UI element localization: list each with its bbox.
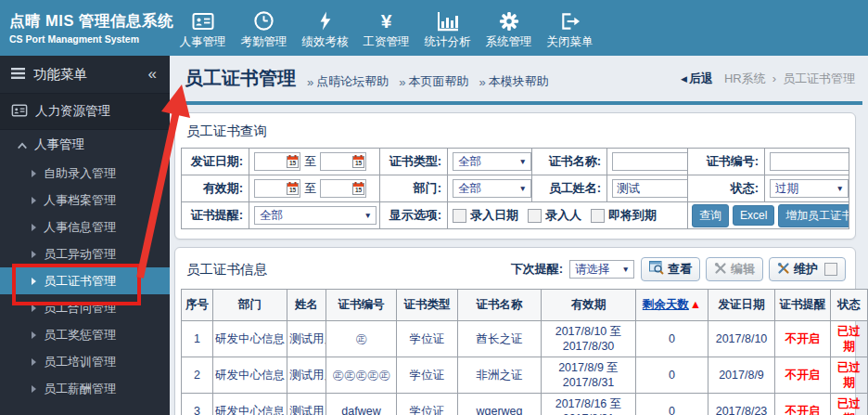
help-link-0[interactable]: »点晴论坛帮助 bbox=[307, 73, 389, 90]
sort-asc-icon: ▲ bbox=[690, 298, 701, 311]
checkbox[interactable] bbox=[591, 209, 605, 223]
table-cell: dafwew bbox=[326, 394, 397, 415]
action-button-label: 维护 bbox=[794, 261, 818, 278]
nav-item-attendance[interactable]: 考勤管理 bbox=[236, 6, 292, 50]
table-cell: 研发中心信息 bbox=[213, 394, 287, 415]
sidebar-item-2[interactable]: 自助录入管理 bbox=[0, 160, 170, 187]
table-cell: 测试用户 bbox=[287, 357, 326, 394]
triangle-right-icon bbox=[32, 278, 36, 285]
display-options-label: 显示选项: bbox=[380, 202, 447, 228]
sidebar-item-9[interactable]: 员工培训管理 bbox=[0, 348, 170, 375]
table-cell: 学位证 bbox=[397, 321, 458, 357]
table-cell: wqerweq bbox=[458, 394, 542, 415]
sidebar-item-3[interactable]: 人事档案管理 bbox=[0, 187, 170, 214]
status-value: 过期 bbox=[775, 181, 798, 197]
cert-no-label: 证书编号: bbox=[688, 149, 764, 175]
cert-name-input[interactable] bbox=[612, 152, 687, 171]
column-header-7[interactable]: 剩余天数▲ bbox=[636, 290, 708, 321]
accent-divider bbox=[170, 101, 862, 105]
cert-type-select[interactable]: 全部▼ bbox=[453, 152, 531, 171]
nav-item-performance[interactable]: 绩效考核 bbox=[297, 6, 353, 50]
table-cell: 测试用户 bbox=[287, 394, 326, 415]
table-cell: 酋长之证 bbox=[458, 321, 542, 357]
collapse-icon[interactable]: « bbox=[148, 65, 159, 84]
nav-item-label: 考勤管理 bbox=[241, 34, 287, 50]
back-button[interactable]: ◀ 后退 bbox=[681, 71, 713, 87]
display-option-0[interactable]: 录入日期 bbox=[453, 207, 518, 224]
sidebar-item-10[interactable]: 员工薪酬管理 bbox=[0, 375, 170, 402]
caret-down-icon: ▼ bbox=[519, 184, 527, 193]
reminder-label: 证书提醒: bbox=[182, 202, 249, 228]
column-header-6: 有效期 bbox=[542, 290, 636, 321]
calendar-icon[interactable]: 15 bbox=[287, 182, 299, 199]
chevrons-icon: » bbox=[307, 75, 313, 89]
nav-item-statistics[interactable]: 统计分析 bbox=[419, 6, 476, 50]
nav-item-label: 工资管理 bbox=[364, 34, 410, 50]
sidebar-item-5[interactable]: 员工异动管理 bbox=[0, 240, 170, 267]
table-cell: 0 bbox=[636, 357, 708, 394]
table-cell: 非洲之证 bbox=[458, 357, 542, 394]
help-link-2[interactable]: »本模块帮助 bbox=[479, 73, 548, 90]
table-row: 3研发中心信息测试用户dafwew学位证wqerweq2017/8/16 至 2… bbox=[182, 394, 868, 415]
nav-item-salary[interactable]: ¥工资管理 bbox=[358, 6, 415, 50]
view-icon bbox=[649, 261, 664, 278]
sidebar-item-4[interactable]: 人事信息管理 bbox=[0, 214, 170, 240]
table-cell: 2017/8/9 至 2017/8/31 bbox=[542, 357, 636, 394]
add-cert-button[interactable]: 增加员工证书 bbox=[778, 204, 849, 227]
sidebar-item-8[interactable]: 员工奖惩管理 bbox=[0, 321, 170, 348]
nav-item-label: 人事管理 bbox=[180, 34, 226, 50]
maintain-button[interactable]: 维护 bbox=[769, 257, 846, 281]
table-cell: 不开启 bbox=[775, 321, 831, 357]
sort-link[interactable]: 剩余天数 bbox=[643, 298, 689, 311]
help-link-1[interactable]: »本页面帮助 bbox=[399, 73, 468, 90]
checkbox[interactable] bbox=[453, 209, 466, 223]
next-reminder-value: 请选择 bbox=[575, 262, 610, 278]
search-button[interactable]: 查询 bbox=[692, 204, 729, 227]
dept-select[interactable]: 全部▼ bbox=[453, 179, 531, 198]
cert-no-input[interactable] bbox=[770, 152, 849, 171]
page-title-row: 员工证书管理 »点晴论坛帮助»本页面帮助»本模块帮助 ◀ 后退 HR系统›员工证… bbox=[170, 56, 868, 101]
display-option-1[interactable]: 录入人 bbox=[528, 207, 581, 224]
query-form: 发证日期: 15 至 15 证书类型: 全部▼ 证书名称: 证书编号: 有效期:… bbox=[181, 148, 849, 229]
dept-label: 部门: bbox=[380, 175, 447, 201]
table-cell: 已过期 bbox=[831, 321, 868, 357]
calendar-icon[interactable]: 15 bbox=[287, 155, 299, 172]
edit-button[interactable]: 编辑 bbox=[706, 257, 763, 281]
table-cell: 已过期 bbox=[831, 357, 868, 394]
app-title: 点晴 MIS 管理信息系统 bbox=[9, 11, 174, 32]
table-cell: ㊣ bbox=[326, 321, 397, 357]
help-link-label: 本模块帮助 bbox=[489, 73, 549, 90]
sidebar-item-label: 员工薪酬管理 bbox=[44, 381, 116, 397]
status-select[interactable]: 过期▼ bbox=[770, 179, 849, 198]
next-reminder-select[interactable]: 请选择▼ bbox=[569, 260, 634, 279]
maintain-checkbox[interactable] bbox=[824, 263, 837, 276]
breadcrumb-trail: HR系统›员工证书管理 bbox=[724, 71, 855, 87]
breadcrumb-item[interactable]: 员工证书管理 bbox=[783, 71, 855, 87]
sidebar-group-item[interactable]: 人事管理 bbox=[0, 130, 170, 160]
calendar-icon[interactable]: 15 bbox=[352, 155, 364, 172]
checkbox-label: 录入日期 bbox=[470, 207, 518, 224]
sidebar-item-label: 员工奖惩管理 bbox=[44, 327, 116, 344]
status-label: 状态: bbox=[688, 175, 764, 201]
table-cell: 2017/8/23 bbox=[708, 394, 775, 415]
idcard-small-icon bbox=[11, 103, 28, 121]
sidebar-item-6[interactable]: 员工证书管理 bbox=[0, 267, 170, 294]
emp-name-input[interactable] bbox=[612, 179, 687, 198]
display-option-2[interactable]: 即将到期 bbox=[591, 207, 657, 224]
calendar-icon[interactable]: 15 bbox=[352, 182, 364, 199]
nav-item-personnel[interactable]: 人事管理 bbox=[174, 6, 231, 50]
sidebar-item-label: 人事管理 bbox=[34, 136, 84, 153]
breadcrumb-item[interactable]: HR系统 bbox=[724, 71, 766, 87]
triangle-right-icon bbox=[32, 331, 36, 339]
checkbox[interactable] bbox=[528, 209, 542, 223]
nav-item-close-menu[interactable]: 关闭菜单 bbox=[542, 6, 598, 50]
back-label: 后退 bbox=[689, 71, 713, 87]
sidebar-item-7[interactable]: 员工合同管理 bbox=[0, 294, 170, 321]
excel-button[interactable]: Excel bbox=[733, 205, 774, 226]
yen-icon: ¥ bbox=[381, 7, 392, 32]
nav-item-system[interactable]: 系统管理 bbox=[480, 6, 537, 50]
triangle-right-icon bbox=[32, 170, 36, 177]
reminder-select[interactable]: 全部▼ bbox=[254, 206, 377, 225]
sidebar-root-item[interactable]: 人力资源管理 bbox=[0, 94, 170, 130]
view-button[interactable]: 查看 bbox=[641, 257, 700, 281]
